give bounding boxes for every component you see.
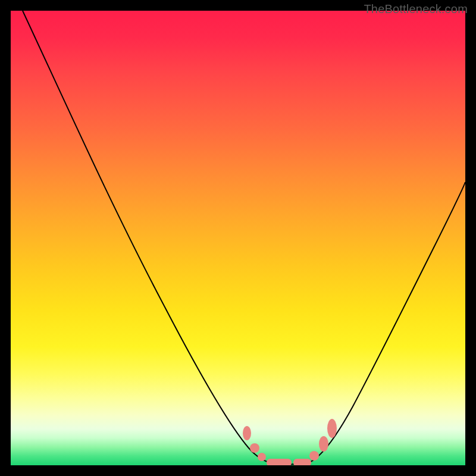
watermark-text: TheBottleneck.com [364, 2, 468, 16]
curve-left-branch [23, 11, 271, 463]
svg-point-6 [319, 436, 328, 452]
svg-point-0 [243, 426, 251, 440]
valley-markers [243, 419, 337, 465]
svg-point-5 [309, 451, 319, 461]
plot-area [11, 11, 465, 465]
svg-point-2 [258, 453, 266, 461]
chart-frame: TheBottleneck.com [0, 0, 476, 476]
svg-rect-4 [293, 459, 311, 465]
bottleneck-curve [11, 11, 465, 465]
svg-rect-3 [267, 459, 292, 465]
svg-point-7 [327, 419, 337, 438]
svg-point-1 [250, 443, 259, 453]
